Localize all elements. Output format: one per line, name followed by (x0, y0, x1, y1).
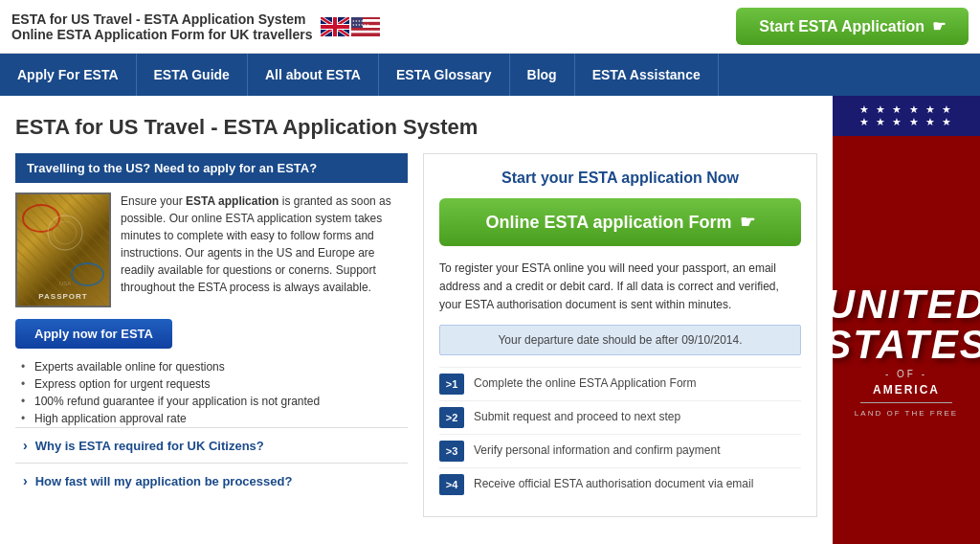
svg-rect-13 (351, 28, 380, 31)
stars-row-2: ★ ★ ★ ★ ★ ★ (836, 116, 976, 128)
sidebar-divider (860, 402, 953, 403)
right-title: Start your ESTA application Now (439, 170, 801, 187)
faq-label-2: How fast will my application be processe… (35, 474, 293, 488)
apply-now-button[interactable]: Apply now for ESTA (15, 319, 172, 349)
passport-image: PASSPORT USA (15, 193, 111, 307)
svg-text:USA: USA (59, 281, 71, 286)
online-btn-label: Online ESTA application Form (485, 213, 731, 233)
sidebar-united: UNITED (833, 284, 980, 325)
bullet-item-1: Experts available online for questions (19, 358, 408, 375)
header-title-line2: Online ESTA Application Form for UK trav… (11, 27, 313, 42)
page-title: ESTA for US Travel - ESTA Application Sy… (15, 115, 817, 140)
main-nav: Apply For ESTA ESTA Guide All about ESTA… (0, 54, 980, 96)
bullet-item-4: High application approval rate (19, 410, 408, 427)
step-text-4: Receive official ESTA authorisation docu… (474, 474, 753, 490)
header-right: Start ESTA Application ☛ (736, 8, 969, 45)
start-esta-cursor-icon: ☛ (932, 17, 946, 35)
nav-item-blog[interactable]: Blog (510, 54, 575, 96)
sidebar-of: - OF - (885, 369, 927, 379)
step-item-3: >3 Verify personal information and confi… (439, 434, 801, 467)
step-num-1: >1 (439, 374, 464, 395)
sidebar-land: LAND OF THE FREE (855, 409, 958, 418)
sidebar-america: AMERICA (873, 383, 940, 397)
header-title-line1: ESTA for US Travel - ESTA Application Sy… (11, 11, 313, 27)
stars-row-1: ★ ★ ★ ★ ★ ★ (836, 103, 976, 116)
svg-rect-8 (321, 25, 349, 29)
nav-item-esta-assistance[interactable]: ESTA Assistance (575, 54, 719, 96)
step-item-4: >4 Receive official ESTA authorisation d… (439, 467, 801, 501)
sidebar-text-block: UNITED STATES - OF - AMERICA LAND OF THE… (833, 136, 980, 544)
right-description: To register your ESTA online you will ne… (439, 260, 801, 315)
left-panel: Travelling to the US? Need to apply for … (15, 153, 408, 517)
step-num-3: >3 (439, 441, 464, 462)
header-title-area: ESTA for US Travel - ESTA Application Sy… (11, 11, 380, 42)
nav-item-all-about-esta[interactable]: All about ESTA (248, 54, 379, 96)
sidebar: ★ ★ ★ ★ ★ ★ ★ ★ ★ ★ ★ ★ UNITED STATES - … (833, 96, 980, 544)
step-num-2: >2 (439, 407, 464, 428)
page-wrapper: ESTA for US Travel - ESTA Application Sy… (0, 96, 980, 544)
svg-text:★★★★★★: ★★★★★★ (352, 22, 369, 26)
us-flag-icon: ★★★★★★ ★★★★★★ (351, 17, 380, 36)
step-item-1: >1 Complete the online ESTA Application … (439, 367, 801, 400)
departure-notice: Your departure date should be after 09/1… (439, 325, 801, 355)
svg-point-19 (48, 215, 82, 250)
flags-container: ★★★★★★ ★★★★★★ (321, 17, 380, 36)
step-text-3: Verify personal information and confirm … (474, 441, 720, 457)
sidebar-states: STATES (833, 325, 980, 365)
bullet-item-3: 100% refund guarantee if your applicatio… (19, 393, 408, 410)
blue-box: Travelling to the US? Need to apply for … (15, 153, 408, 183)
step-item-2: >2 Submit request and proceed to next st… (439, 400, 801, 434)
sidebar-stars: ★ ★ ★ ★ ★ ★ ★ ★ ★ ★ ★ ★ (833, 96, 980, 136)
step-text-2: Submit request and proceed to next step (474, 407, 680, 423)
content-grid: Travelling to the US? Need to apply for … (15, 153, 817, 517)
bullet-item-2: Express option for urgent requests (19, 375, 408, 393)
svg-point-20 (54, 221, 77, 244)
nav-item-esta-glossary[interactable]: ESTA Glossary (379, 54, 510, 96)
right-panel: Start your ESTA application Now Online E… (423, 153, 817, 517)
faq-arrow-1: › (23, 438, 28, 453)
faq-item-2[interactable]: › How fast will my application be proces… (15, 463, 408, 498)
passport-area: PASSPORT USA Ensure your ESTA applicatio… (15, 193, 408, 307)
header-left: ESTA for US Travel - ESTA Application Sy… (11, 11, 313, 42)
nav-item-apply-for-esta[interactable]: Apply For ESTA (0, 54, 137, 96)
svg-rect-15 (351, 33, 380, 35)
nav-item-esta-guide[interactable]: ESTA Guide (137, 54, 248, 96)
online-btn-cursor-icon: ☛ (740, 212, 755, 233)
step-text-1: Complete the online ESTA Application For… (474, 374, 697, 390)
svg-rect-14 (351, 30, 380, 33)
steps-list: >1 Complete the online ESTA Application … (439, 367, 801, 501)
online-esta-form-button[interactable]: Online ESTA application Form ☛ (439, 198, 801, 246)
step-num-4: >4 (439, 474, 464, 495)
faq-item-1[interactable]: › Why is ESTA required for UK Citizens? (15, 427, 408, 463)
faq-label-1: Why is ESTA required for UK Citizens? (35, 439, 264, 453)
passport-svg: USA (17, 194, 111, 307)
header: ESTA for US Travel - ESTA Application Sy… (0, 0, 980, 54)
faq-arrow-2: › (23, 473, 28, 488)
uk-flag-icon (321, 17, 349, 36)
passport-text: Ensure your ESTA application is granted … (121, 193, 408, 307)
bullet-list: Experts available online for questions E… (15, 349, 408, 427)
main-content: ESTA for US Travel - ESTA Application Sy… (0, 96, 833, 544)
start-esta-button[interactable]: Start ESTA Application ☛ (736, 8, 969, 45)
start-esta-button-label: Start ESTA Application (759, 18, 924, 35)
